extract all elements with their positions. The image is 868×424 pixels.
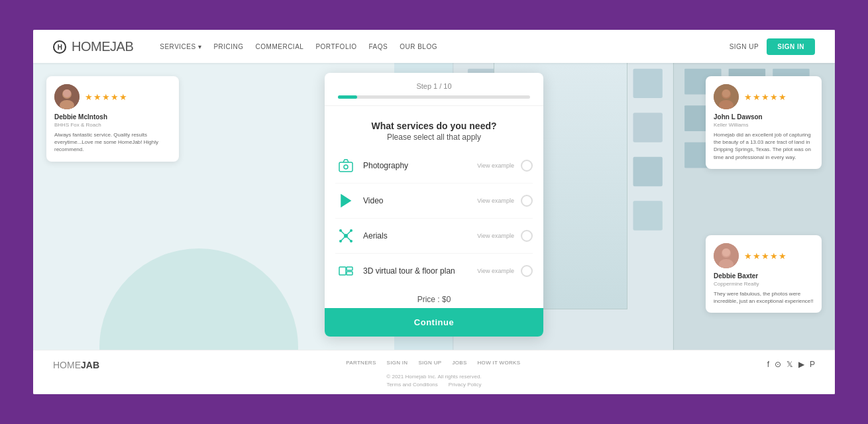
avatar-debbie-mcintosh bbox=[54, 84, 80, 109]
view-example-aerials[interactable]: View example bbox=[477, 233, 514, 239]
nav-blog[interactable]: OUR BLOG bbox=[400, 43, 437, 50]
footer-social: f ⊙ 𝕏 ▶ P bbox=[767, 360, 815, 369]
svg-rect-58 bbox=[347, 272, 353, 275]
reviewer-company-right-bottom: Coppermine Realty bbox=[714, 281, 814, 287]
terms-link[interactable]: Terms and Conditions bbox=[386, 382, 437, 388]
service-selection-modal: Step 1 / 10 What services do you need? P… bbox=[325, 73, 543, 337]
aerials-icon bbox=[335, 225, 356, 246]
service-list: Photography View example Video View exam… bbox=[325, 148, 543, 288]
footer-links: PARTNERS SIGN IN SIGN UP JOBS HOW IT WOR… bbox=[346, 360, 520, 366]
review-header-left: ★★★★★ bbox=[54, 84, 171, 109]
view-example-video[interactable]: View example bbox=[477, 197, 514, 204]
footer-inner: HOMEJAB PARTNERS SIGN IN SIGN UP JOBS HO… bbox=[53, 360, 815, 370]
view-example-photography[interactable]: View example bbox=[477, 162, 514, 169]
radio-virtual-tour[interactable] bbox=[521, 265, 533, 277]
svg-rect-57 bbox=[347, 267, 353, 270]
modal-header: Step 1 / 10 bbox=[325, 73, 543, 106]
logo: H HOMEJAB bbox=[53, 39, 133, 54]
pinterest-icon[interactable]: P bbox=[810, 360, 815, 369]
radio-video[interactable] bbox=[521, 195, 533, 207]
svg-marker-46 bbox=[341, 195, 351, 207]
nav-faqs[interactable]: FAQS bbox=[369, 43, 388, 50]
avatar-debbie-baxter bbox=[714, 243, 739, 268]
reviewer-name-right-top: John L Dawson bbox=[714, 113, 814, 121]
reviewer-text-right-top: Homejab did an excellent job of capturin… bbox=[714, 131, 814, 161]
reviewer-text-right-bottom: They were fabulous, the photos were incr… bbox=[714, 290, 814, 305]
price-label: Price : bbox=[417, 295, 440, 304]
svg-point-39 bbox=[722, 89, 730, 97]
continue-button[interactable]: Continue bbox=[325, 308, 543, 337]
svg-point-45 bbox=[344, 165, 348, 169]
review-header-right-top: ★★★★★ bbox=[714, 84, 814, 109]
nav-right: SIGN UP SIGN IN bbox=[730, 38, 815, 55]
svg-rect-16 bbox=[578, 157, 622, 186]
radio-photography[interactable] bbox=[521, 160, 533, 172]
navbar: H HOMEJAB SERVICES ▾ PRICING COMMERCIAL … bbox=[33, 30, 835, 63]
svg-rect-20 bbox=[578, 201, 622, 230]
progress-bar bbox=[338, 95, 530, 99]
service-virtual-tour[interactable]: 3D virtual tour & floor plan View exampl… bbox=[335, 254, 533, 288]
svg-rect-21 bbox=[633, 201, 662, 230]
service-name-photography: Photography bbox=[363, 161, 477, 170]
nav-commercial[interactable]: COMMERCIAL bbox=[256, 43, 304, 50]
nav-links: SERVICES ▾ PRICING COMMERCIAL PORTFOLIO … bbox=[160, 43, 729, 50]
nav-pricing[interactable]: PRICING bbox=[213, 43, 243, 50]
review-card-right-bottom: ★★★★★ Debbie Baxter Coppermine Realty Th… bbox=[706, 235, 822, 313]
svg-rect-44 bbox=[339, 162, 353, 172]
camera-icon bbox=[335, 155, 356, 176]
svg-point-43 bbox=[722, 248, 730, 256]
outer-frame: H HOMEJAB SERVICES ▾ PRICING COMMERCIAL … bbox=[0, 0, 868, 424]
footer-bottom-links: Terms and Conditions Privacy Policy bbox=[53, 382, 815, 388]
avatar-john-dawson bbox=[714, 84, 739, 109]
step-info: Step 1 / 10 bbox=[338, 82, 530, 90]
review-header-right-bottom: ★★★★★ bbox=[714, 243, 814, 268]
modal-subtitle: Please select all that apply bbox=[335, 132, 533, 142]
svg-point-52 bbox=[339, 229, 342, 232]
footer-link-jobs[interactable]: JOBS bbox=[452, 360, 466, 366]
modal-title: What services do you need? bbox=[335, 121, 533, 131]
svg-rect-13 bbox=[633, 113, 662, 142]
nav-services[interactable]: SERVICES ▾ bbox=[160, 43, 201, 50]
price-value: $0 bbox=[442, 295, 451, 304]
svg-rect-17 bbox=[633, 157, 662, 186]
stars-debbie: ★★★★★ bbox=[85, 92, 128, 102]
signup-button[interactable]: SIGN UP bbox=[730, 43, 759, 50]
svg-rect-12 bbox=[578, 113, 622, 142]
svg-point-54 bbox=[339, 240, 342, 242]
svg-rect-8 bbox=[578, 69, 622, 98]
footer-link-howitworks[interactable]: HOW IT WORKS bbox=[478, 360, 521, 366]
reviewer-name-right-bottom: Debbie Baxter bbox=[714, 272, 814, 280]
facebook-icon[interactable]: f bbox=[767, 360, 769, 369]
review-card-left: ★★★★★ Debbie McIntosh BHHS Fox & Roach A… bbox=[46, 76, 179, 162]
modal-body-header: What services do you need? Please select… bbox=[325, 106, 543, 142]
view-example-virtual-tour[interactable]: View example bbox=[477, 268, 514, 274]
service-name-video: Video bbox=[363, 196, 477, 205]
nav-portfolio[interactable]: PORTFOLIO bbox=[315, 43, 356, 50]
footer-link-signup[interactable]: SIGN UP bbox=[418, 360, 441, 366]
footer: HOMEJAB PARTNERS SIGN IN SIGN UP JOBS HO… bbox=[33, 350, 835, 394]
footer-logo: HOMEJAB bbox=[53, 360, 99, 370]
footer-link-signin[interactable]: SIGN IN bbox=[387, 360, 408, 366]
privacy-link[interactable]: Privacy Policy bbox=[449, 382, 482, 388]
instagram-icon[interactable]: ⊙ bbox=[775, 360, 781, 369]
service-video[interactable]: Video View example bbox=[335, 184, 533, 219]
stars-john: ★★★★★ bbox=[744, 92, 787, 102]
radio-aerials[interactable] bbox=[521, 230, 533, 242]
signin-button[interactable]: SIGN IN bbox=[767, 38, 815, 55]
virtual-tour-icon bbox=[335, 260, 356, 282]
svg-rect-9 bbox=[633, 69, 662, 98]
service-photography[interactable]: Photography View example bbox=[335, 148, 533, 184]
service-aerials[interactable]: Aerials View example bbox=[335, 219, 533, 254]
youtube-icon[interactable]: ▶ bbox=[798, 360, 804, 369]
reviewer-text-left: Always fantastic service. Quality result… bbox=[54, 131, 171, 154]
footer-link-partners[interactable]: PARTNERS bbox=[346, 360, 376, 366]
service-name-virtual-tour: 3D virtual tour & floor plan bbox=[363, 266, 477, 276]
progress-fill bbox=[338, 95, 357, 99]
price-row: Price : $0 bbox=[325, 288, 543, 308]
twitter-icon[interactable]: 𝕏 bbox=[787, 360, 793, 369]
reviewer-company-left: BHHS Fox & Roach bbox=[54, 122, 171, 128]
reviewer-name-left: Debbie McIntosh bbox=[54, 113, 171, 121]
main-container: H HOMEJAB SERVICES ▾ PRICING COMMERCIAL … bbox=[33, 30, 835, 394]
service-name-aerials: Aerials bbox=[363, 231, 477, 240]
stars-debbie-baxter: ★★★★★ bbox=[744, 251, 787, 261]
